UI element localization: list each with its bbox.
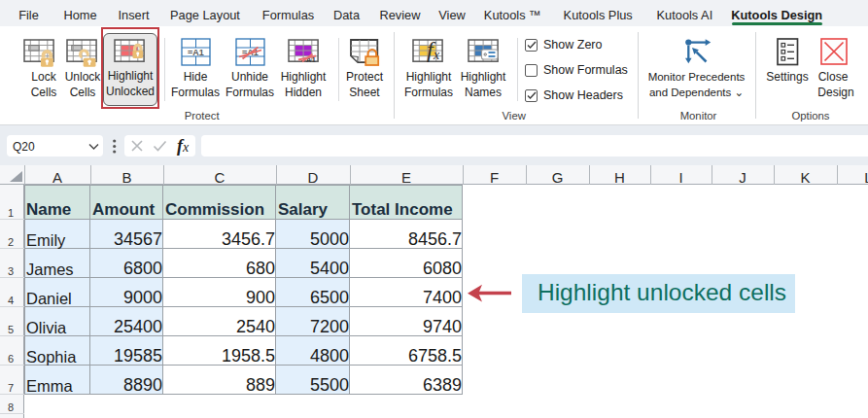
- svg-text:x: x: [433, 48, 440, 62]
- svg-text:=A1: =A1: [188, 48, 204, 57]
